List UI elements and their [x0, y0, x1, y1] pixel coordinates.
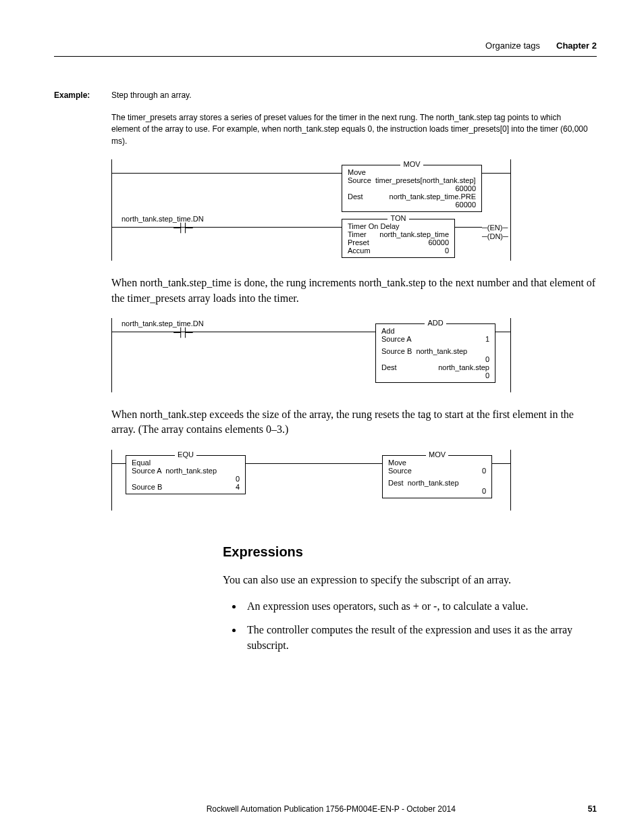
header: Organize tags Chapter 2: [54, 41, 597, 57]
example-description: The timer_presets array stores a series …: [111, 112, 590, 147]
ladder-diagram-3: EQU Equal Source A north_tank.step 0 Sou…: [111, 450, 597, 511]
footer: Rockwell Automation Publication 1756-PM0…: [54, 804, 597, 814]
footer-line: Rockwell Automation Publication 1756-PM0…: [74, 804, 588, 814]
expressions-heading: Expressions: [223, 544, 597, 560]
header-section: Organize tags: [485, 41, 540, 51]
header-chapter: Chapter 2: [556, 41, 597, 51]
paragraph-2: When north_tank.step exceeds the size of…: [111, 407, 597, 438]
ladder-diagram-2: north_tank.step_time.DN ─┤├─ ADD Add Sou…: [111, 318, 597, 392]
equ-l1: Equal: [132, 459, 240, 467]
ton-op: TON: [387, 214, 408, 222]
add-l1: Add: [381, 327, 489, 335]
expressions-bullets: An expression uses operators, such as + …: [223, 598, 583, 654]
paragraph-1: When north_tank.step_time is done, the r…: [111, 276, 597, 306]
equ-op: EQU: [175, 450, 196, 459]
mov2-op: MOV: [426, 450, 448, 459]
bullet-2: The controller computes the result of th…: [243, 622, 583, 653]
page-number: 51: [588, 804, 597, 814]
mov2-l1: Move: [388, 459, 486, 467]
example-title: Step through an array.: [111, 90, 192, 100]
xio-icon: ─┤├─: [162, 223, 204, 233]
page: Organize tags Chapter 2 Example: Step th…: [0, 0, 644, 834]
ladder-diagram-1: MOV Move Source timer_presets[north_tank…: [111, 159, 597, 261]
example-label: Example:: [54, 90, 91, 100]
expressions-intro: You can also use an expression to specif…: [223, 572, 583, 588]
mov-l1: Move: [348, 168, 476, 176]
bullet-1: An expression uses operators, such as + …: [243, 598, 583, 614]
example-header: Example: Step through an array.: [54, 90, 597, 100]
xio-icon-2: ─┤├─: [162, 328, 204, 338]
ton-l1: Timer On Delay: [348, 222, 449, 230]
mov-op: MOV: [400, 160, 423, 168]
add-op: ADD: [425, 319, 446, 327]
contact-tag-2: north_tank.step_time.DN: [122, 319, 204, 328]
contact-tag: north_tank.step_time.DN: [122, 215, 204, 223]
